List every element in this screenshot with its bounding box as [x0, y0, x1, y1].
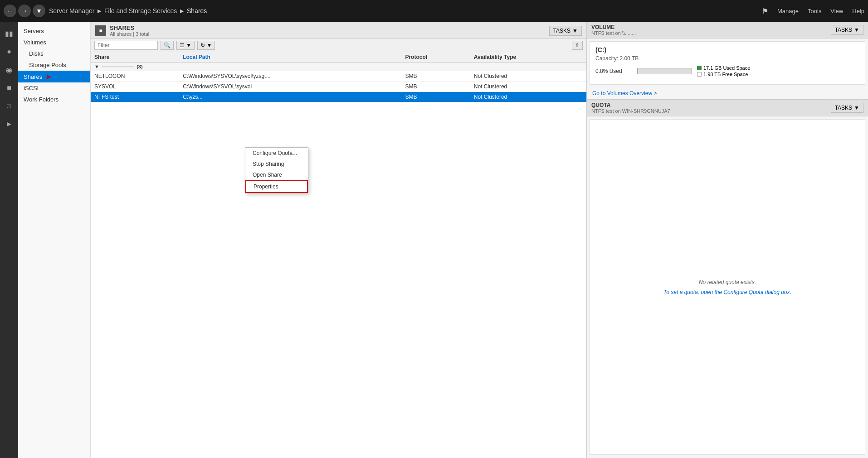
volume-section-header: VOLUME NTFS test on \\........ TASKS ▼ — [587, 22, 868, 39]
volume-tasks-label: TASKS — [835, 27, 852, 33]
more-icon[interactable]: ► — [1, 116, 17, 132]
table-group-row: ▼ ——————— (3) — [91, 63, 586, 71]
context-menu-open-share[interactable]: Open Share — [245, 169, 308, 180]
configure-quota-link[interactable]: Configure Quota dialog box — [723, 289, 790, 295]
legend-free-icon — [697, 72, 702, 77]
share-name: SYSVOL — [91, 82, 179, 92]
shares-panel: ■ SHARES All shares | 3 total TASKS ▼ 🔍 … — [91, 22, 587, 458]
titlebar: ← → ▼ Server Manager ► File and Storage … — [0, 0, 868, 22]
quota-title: QUOTA — [591, 102, 670, 108]
sidebar-item-work-folders[interactable]: Work Folders — [18, 94, 90, 105]
volume-tasks-button[interactable]: TASKS ▼ — [831, 25, 863, 35]
quota-header-titles: QUOTA NTFS test on WIN-SHR9GNNUJA7 — [591, 102, 670, 114]
shares-table: Share Local Path Protocol Availability T… — [91, 52, 586, 458]
all-servers-icon[interactable]: ◉ — [1, 62, 17, 78]
back-button[interactable]: ← — [4, 5, 16, 17]
sidebar-item-servers[interactable]: Servers — [18, 25, 90, 37]
table-row-selected[interactable]: NTFS test C:\yzs... SMB Not Clustered — [91, 92, 586, 102]
filter-input[interactable] — [94, 41, 158, 50]
usage-bar-fill — [638, 68, 638, 74]
share-protocol: SMB — [401, 82, 470, 92]
share-name: NETLOGON — [91, 71, 179, 82]
usage-bar — [637, 68, 692, 74]
sidebar-item-storage-pools[interactable]: Storage Pools — [18, 59, 90, 71]
help-menu[interactable]: Help — [852, 8, 864, 14]
app-name: Server Manager — [49, 7, 94, 14]
quota-section-header: QUOTA NTFS test on WIN-SHR9GNNUJA7 TASKS… — [587, 100, 868, 116]
volume-section: VOLUME NTFS test on \\........ TASKS ▼ (… — [587, 22, 868, 100]
col-protocol[interactable]: Protocol — [401, 52, 470, 63]
collapse-button[interactable]: ⇧ — [572, 41, 583, 50]
sidebar-item-volumes[interactable]: Volumes — [18, 37, 90, 48]
share-path: C:\Windows\SYSVOL\sysvol — [179, 82, 401, 92]
shares-header: ■ SHARES All shares | 3 total TASKS ▼ — [91, 22, 586, 39]
sidebar-item-disks[interactable]: Disks — [18, 48, 90, 59]
context-menu-configure-quota[interactable]: Configure Quota... — [245, 148, 308, 159]
sidebar-item-shares[interactable]: Shares ► — [18, 71, 90, 82]
shares-toolbar: 🔍 ☰ ▼ ↻ ▼ ⇧ — [91, 39, 586, 52]
context-menu-stop-sharing[interactable]: Stop Sharing — [245, 159, 308, 169]
chevron-down-icon: ▼ — [572, 28, 578, 34]
context-menu: Configure Quota... Stop Sharing Open Sha… — [245, 147, 308, 193]
tasks-label: TASKS — [553, 28, 571, 34]
dropdown-button[interactable]: ▼ — [33, 5, 45, 17]
legend-free-label: 1.98 TB Free Space — [703, 72, 748, 77]
usage-bar-container: 0.8% Used 17.1 GB Used Space 1.98 T — [595, 65, 859, 77]
table-row[interactable]: SYSVOL C:\Windows\SYSVOL\sysvol SMB Not … — [91, 82, 586, 92]
shares-tasks-button[interactable]: TASKS ▼ — [549, 26, 582, 36]
view-menu[interactable]: View — [830, 8, 843, 14]
shares-subtitle: All shares | 3 total — [110, 31, 149, 37]
context-menu-properties[interactable]: Properties — [245, 180, 308, 193]
sidebar-item-label: iSCSI — [24, 85, 39, 92]
legend-free: 1.98 TB Free Space — [697, 72, 750, 77]
volume-header-titles: VOLUME NTFS test on \\........ — [591, 24, 636, 36]
chevron-down-icon: ▼ — [854, 105, 859, 111]
table-row[interactable]: NETLOGON C:\Windows\SYSVOL\sysvol\yzsg..… — [91, 71, 586, 82]
tools-menu[interactable]: Tools — [808, 8, 821, 14]
sidebar-item-label: Servers — [24, 28, 44, 34]
col-availability[interactable]: Availability Type — [470, 52, 586, 63]
volume-drive: (C:) — [595, 46, 859, 53]
view-toggle-button[interactable]: ☰ ▼ — [176, 41, 195, 50]
file-storage-icon[interactable]: ■ — [1, 80, 17, 96]
usage-legend: 17.1 GB Used Space 1.98 TB Free Space — [697, 65, 750, 77]
quota-subtitle: NTFS test on WIN-SHR9GNNUJA7 — [591, 108, 670, 114]
sidebar-item-label: Work Folders — [24, 96, 59, 103]
breadcrumb1: File and Storage Services — [104, 7, 177, 14]
share-path: C:\Windows\SYSVOL\sysvol\yzsg.... — [179, 71, 401, 82]
quota-instruction: To set a quota, open the Configure Quota… — [663, 289, 791, 295]
quota-tasks-button[interactable]: TASKS ▼ — [831, 103, 863, 113]
titlebar-actions: Manage Tools View Help — [777, 8, 864, 14]
shares-header-left: ■ SHARES All shares | 3 total — [95, 24, 149, 37]
chevron-down-icon: ▼ — [854, 27, 859, 33]
col-share[interactable]: Share — [91, 52, 179, 63]
manage-menu[interactable]: Manage — [777, 8, 799, 14]
sidebar-item-label: Volumes — [24, 39, 46, 46]
goto-volumes-link[interactable]: Go to Volumes Overview > — [587, 87, 868, 99]
right-panel: VOLUME NTFS test on \\........ TASKS ▼ (… — [587, 22, 868, 458]
volume-content: (C:) Capacity: 2.00 TB 0.8% Used 17.1 GB — [590, 41, 865, 85]
shares-title-block: SHARES All shares | 3 total — [110, 24, 149, 37]
volume-subtitle: NTFS test on \\........ — [591, 30, 636, 36]
col-local-path[interactable]: Local Path — [179, 52, 401, 63]
share-protocol: SMB — [401, 71, 470, 82]
volume-title: VOLUME — [591, 24, 636, 30]
quota-section: QUOTA NTFS test on WIN-SHR9GNNUJA7 TASKS… — [587, 100, 868, 458]
group-label: ▼ ——————— (3) — [91, 63, 586, 71]
icon-sidebar: ▮▮ ● ◉ ■ ☺ ► — [0, 22, 18, 458]
sidebar-item-label: Disks — [29, 50, 44, 57]
shares-data-table: Share Local Path Protocol Availability T… — [91, 52, 586, 102]
forward-button[interactable]: → — [18, 5, 31, 17]
search-button[interactable]: 🔍 — [161, 41, 174, 50]
nav-panel: Servers Volumes Disks Storage Pools Shar… — [18, 22, 91, 458]
users-icon[interactable]: ☺ — [1, 98, 17, 114]
quota-no-related: No related quota exists. — [699, 279, 756, 285]
dashboard-icon[interactable]: ▮▮ — [1, 25, 17, 42]
local-server-icon[interactable]: ● — [1, 43, 17, 60]
share-availability: Not Clustered — [470, 82, 586, 92]
sidebar-item-iscsi[interactable]: iSCSI — [18, 82, 90, 94]
nav-arrow: ► — [46, 73, 52, 80]
breadcrumb2: Shares — [187, 7, 207, 14]
refresh-button[interactable]: ↻ ▼ — [197, 41, 215, 50]
flag-icon[interactable]: ⚑ — [762, 7, 768, 15]
